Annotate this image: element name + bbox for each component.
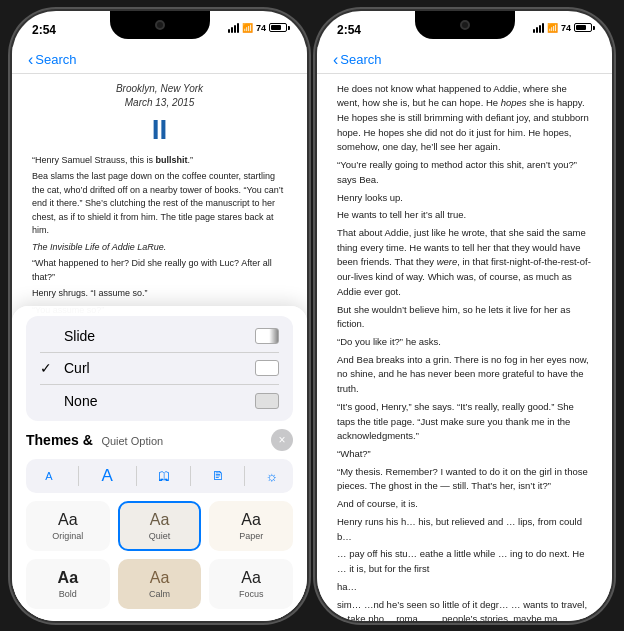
theme-calm-label: Calm (128, 589, 192, 599)
chevron-left-icon: ‹ (28, 51, 33, 69)
phones-container: 2:54 📶 74 (12, 11, 612, 621)
signal-right (533, 23, 544, 33)
theme-focus-sample: Aa (219, 569, 283, 587)
font-decrease-button[interactable]: A (34, 463, 64, 489)
back-label-right: Search (340, 52, 381, 67)
font-size-row: A A 🕮 🖹 ☼ (26, 459, 293, 493)
time-left: 2:54 (32, 23, 56, 37)
book-location: Brooklyn, New YorkMarch 13, 2015 (32, 82, 287, 110)
brightness-icon[interactable]: ☼ (259, 463, 285, 489)
theme-calm-sample: Aa (128, 569, 192, 587)
book-text-right: He does not know what happened to Addie,… (337, 82, 592, 621)
theme-original[interactable]: Aa Original (26, 501, 110, 551)
theme-focus[interactable]: Aa Focus (209, 559, 293, 609)
wifi-icon-right: 📶 (547, 23, 558, 33)
status-icons-right: 📶 74 (533, 23, 592, 33)
font-divider-1 (78, 466, 79, 486)
none-label: None (64, 393, 97, 409)
checkmark-curl: ✓ (40, 360, 56, 376)
slide-option-slide[interactable]: Slide (26, 320, 293, 352)
theme-bold-label: Bold (36, 589, 100, 599)
theme-calm[interactable]: Aa Calm (118, 559, 202, 609)
wifi-icon: 📶 (242, 23, 253, 33)
theme-quiet[interactable]: Aa Quiet (118, 501, 202, 551)
font-icon[interactable]: 🖹 (205, 463, 231, 489)
notch-left (110, 11, 210, 39)
slide-option-curl[interactable]: ✓ Curl (26, 352, 293, 384)
overlay-panel: Slide ✓ Curl (12, 306, 307, 621)
status-icons-left: 📶 74 (228, 23, 287, 33)
theme-bold-sample: Aa (36, 569, 100, 587)
left-phone: 2:54 📶 74 (12, 11, 307, 621)
slide-option-none[interactable]: None (26, 385, 293, 417)
book-header: Brooklyn, New YorkMarch 13, 2015 II (32, 82, 287, 146)
camera-left (155, 20, 165, 30)
battery-icon-left (269, 23, 287, 32)
close-button[interactable]: × (271, 429, 293, 451)
book-content-right: He does not know what happened to Addie,… (317, 74, 612, 621)
book-format-icon[interactable]: 🕮 (151, 463, 177, 489)
theme-quiet-label: Quiet (128, 531, 192, 541)
theme-paper-label: Paper (219, 531, 283, 541)
theme-original-sample: Aa (36, 511, 100, 529)
none-icon (255, 393, 279, 409)
font-increase-button[interactable]: A (92, 463, 122, 489)
battery-label-left: 74 (256, 23, 266, 33)
theme-focus-label: Focus (219, 589, 283, 599)
themes-header: Themes & Quiet Option × (26, 429, 293, 451)
theme-paper-sample: Aa (219, 511, 283, 529)
battery-label-right: 74 (561, 23, 571, 33)
theme-bold[interactable]: Aa Bold (26, 559, 110, 609)
book-chapter: II (32, 114, 287, 146)
nav-bar-left: ‹ Search (12, 47, 307, 74)
nav-bar-right: ‹ Search (317, 47, 612, 74)
camera-right (460, 20, 470, 30)
font-divider-2 (136, 466, 137, 486)
slide-label: Slide (64, 328, 95, 344)
back-button-right[interactable]: ‹ Search (333, 51, 382, 69)
notch-right (415, 11, 515, 39)
chevron-left-icon-right: ‹ (333, 51, 338, 69)
slide-icon (255, 328, 279, 344)
signal-left (228, 23, 239, 33)
themes-title: Themes & (26, 432, 93, 448)
theme-grid: Aa Original Aa Quiet Aa Paper Aa (26, 501, 293, 609)
theme-quiet-sample: Aa (128, 511, 192, 529)
theme-paper[interactable]: Aa Paper (209, 501, 293, 551)
font-divider-4 (244, 466, 245, 486)
book-content-left: Brooklyn, New YorkMarch 13, 2015 II “Hen… (12, 74, 307, 621)
battery-icon-right (574, 23, 592, 32)
back-button-left[interactable]: ‹ Search (28, 51, 77, 69)
curl-label: Curl (64, 360, 90, 376)
time-right: 2:54 (337, 23, 361, 37)
quiet-option-label: Quiet Option (101, 435, 163, 447)
curl-icon (255, 360, 279, 376)
slide-options: Slide ✓ Curl (26, 316, 293, 421)
back-label-left: Search (35, 52, 76, 67)
right-phone: 2:54 📶 74 (317, 11, 612, 621)
theme-original-label: Original (36, 531, 100, 541)
font-divider-3 (190, 466, 191, 486)
